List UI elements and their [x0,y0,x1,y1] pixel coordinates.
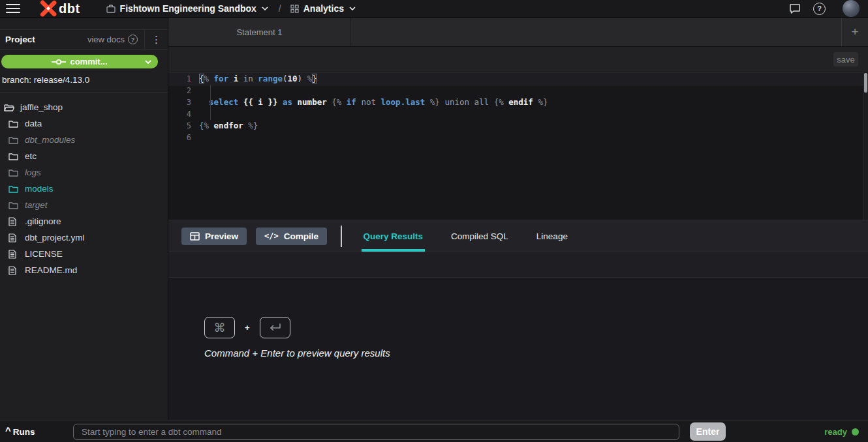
tree-item-dbt-modules[interactable]: dbt_modules [0,132,168,148]
sidebar: Project view docs ? ⋮ commit... branch: … [0,18,168,420]
code-line-content[interactable]: select {{ i }} as number {% if not loop.… [199,96,548,108]
code-line-6[interactable]: 6 [168,132,868,143]
chevron-down-icon [349,7,356,10]
folder-icon [8,153,19,160]
preview-button[interactable]: Preview [181,228,247,245]
runs-toggle[interactable]: ^ Runs [5,420,35,442]
code-line-3[interactable]: 3 select {{ i }} as number {% if not loo… [168,96,868,108]
line-number: 4 [168,108,199,120]
tree-item--gitignore[interactable]: .gitignore [0,213,168,229]
tree-item-target[interactable]: target [0,197,168,213]
tree-item-logs[interactable]: logs [0,164,168,181]
status-indicator: ready [824,420,859,442]
breadcrumb-separator: / [279,3,281,14]
project-selector[interactable]: Fishtown Engineering Sandbox [106,3,268,14]
project-selector-label: Fishtown Engineering Sandbox [120,3,256,14]
indent-guide [210,85,211,120]
tree-item-label: jaffle_shop [20,102,63,112]
code-line-1[interactable]: 1{% for i in range(10) %} [168,73,868,85]
project-title: Project [5,35,35,44]
briefcase-icon [106,5,116,13]
grid-icon [290,5,299,13]
compile-button[interactable]: </> Compile [256,228,327,245]
chat-icon[interactable] [789,3,801,14]
top-bar: dbt Fishtown Engineering Sandbox / Analy… [0,0,868,18]
user-avatar[interactable] [843,0,860,17]
tree-item-license[interactable]: LICENSE [0,246,168,262]
file-icon [8,217,19,226]
topbar-right-group: ? [789,0,860,17]
tree-item-dbt-project-yml[interactable]: dbt_project.yml [0,229,168,246]
tree-item-label: etc [25,151,37,161]
editor-scrollbar[interactable] [863,72,868,220]
tree-item-label: README.md [25,265,77,275]
enter-button[interactable]: Enter [690,422,726,441]
tree-item-readme-md[interactable]: README.md [0,262,168,278]
folder-icon [8,201,19,209]
status-dot-icon [852,428,859,435]
commit-button[interactable]: commit... [1,55,158,68]
enter-keycap [260,317,290,338]
enter-button-label: Enter [696,426,720,437]
panel-tab-lineage[interactable]: Lineage [535,220,570,252]
code-line-content[interactable]: {% for i in range(10) %} [199,73,317,85]
table-icon [190,232,200,241]
tree-item-models[interactable]: models [0,181,168,197]
panel-tabs: Query ResultsCompiled SQLLineage [362,220,570,252]
file-tree: jaffle_shopdatadbt_modulesetclogsmodelst… [0,93,168,278]
line-number: 5 [168,120,199,132]
chevron-down-icon [262,7,268,10]
code-icon: </> [264,231,279,241]
shortcut-hint-text: Command + Enter to preview query results [204,347,868,359]
results-header-strip [168,252,868,277]
tree-item-label: LICENSE [25,249,63,259]
tree-item-label: dbt_modules [25,135,75,145]
code-line-5[interactable]: 5{% endfor %} [168,120,868,132]
line-number: 3 [168,96,199,108]
dbt-logo-icon [40,0,57,17]
code-line-content[interactable]: {% endfor %} [199,120,258,132]
git-commit-icon [52,59,66,65]
line-number: 2 [168,85,199,96]
dbt-logo[interactable]: dbt [40,0,80,17]
code-line-4[interactable]: 4 [168,108,868,120]
tree-item-label: .gitignore [25,216,61,226]
hamburger-menu-icon[interactable] [6,4,20,13]
code-area[interactable]: 1{% for i in range(10) %}23 select {{ i … [168,72,868,143]
tree-item-data[interactable]: data [0,115,168,132]
editor-scrollbar-thumb[interactable] [864,73,867,93]
dbt-command-input[interactable] [73,424,679,440]
panel-tab-compiled-sql[interactable]: Compiled SQL [449,220,510,252]
status-bar: ^ Runs Enter ready [0,420,868,442]
status-label: ready [824,427,847,437]
kebab-menu-icon[interactable]: ⋮ [145,29,168,50]
tab-statement-1[interactable]: Statement 1 [168,18,351,46]
code-editor[interactable]: 1{% for i in range(10) %}23 select {{ i … [168,72,868,220]
tabbar-fill [351,18,841,46]
save-button[interactable]: save [833,52,858,66]
file-icon [8,266,19,275]
command-key-icon: ⌘ [214,321,226,335]
plus-separator: + [245,323,250,332]
chevron-up-icon: ^ [5,425,11,436]
tree-item-etc[interactable]: etc [0,148,168,164]
tree-item-label: dbt_project.yml [25,233,85,243]
panel-divider [341,226,342,247]
new-tab-button[interactable]: + [842,18,868,46]
save-button-label: save [837,55,854,65]
line-number: 1 [168,73,199,85]
commit-chevron-icon[interactable] [145,55,151,68]
branch-label: branch: release/4.13.0 [2,75,168,85]
editor-tab-bar: Statement 1 + [168,18,868,47]
view-docs-button[interactable]: view docs ? [87,35,144,44]
results-panel-header: Preview </> Compile Query ResultsCompile… [168,220,868,252]
folder-open-icon [4,104,14,111]
workspace-selector[interactable]: Analytics [290,3,356,14]
code-line-2[interactable]: 2 [168,85,868,96]
tree-item-jaffle-shop[interactable]: jaffle_shop [0,99,168,115]
plus-icon: + [851,25,858,39]
panel-tab-query-results[interactable]: Query Results [362,220,426,252]
tree-item-label: data [25,119,42,128]
file-icon [8,233,19,243]
help-icon[interactable]: ? [813,3,826,15]
